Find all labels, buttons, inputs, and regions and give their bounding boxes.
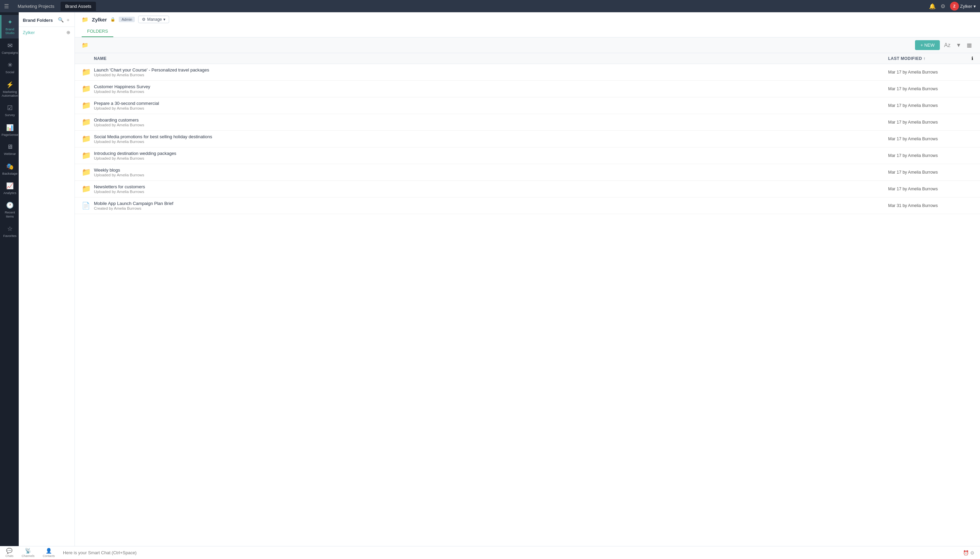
folder-item-zylker[interactable]: Zylker ⊕ <box>19 27 74 38</box>
filter-icon[interactable]: ▼ <box>954 41 963 50</box>
file-modified: Mar 17 by Amelia Burrows <box>888 70 963 74</box>
username: Zylker <box>960 4 972 9</box>
file-info: Launch 'Chart your Course' - Personalize… <box>94 68 888 77</box>
file-uploader: Created by Amelia Burrows <box>94 206 888 210</box>
sidebar-item-label-campaigns: Campaigns <box>2 51 18 55</box>
sort-icon[interactable]: ↑ <box>924 56 926 61</box>
sidebar-item-social[interactable]: ✳ Social <box>0 58 19 77</box>
toolbar-folder-icon: 📁 <box>82 42 89 48</box>
sidebar-item-label-social: Social <box>5 70 14 74</box>
view-toggle-icon[interactable]: ▦ <box>965 41 973 50</box>
table-row[interactable]: 📁 Weekly blogs Uploaded by Amelia Burrow… <box>75 164 980 181</box>
folder-sidebar: Brand Folders 🔍 ＋ Zylker ⊕ <box>19 12 75 546</box>
file-uploader: Uploaded by Amelia Burrows <box>94 140 888 144</box>
sidebar-item-label-pagesense: PageSense <box>2 133 18 137</box>
table-row[interactable]: 📄 Mobile App Launch Campaign Plan Brief … <box>75 197 980 214</box>
new-button[interactable]: + NEW <box>915 40 940 50</box>
folder-sidebar-title: Brand Folders <box>23 18 53 23</box>
manage-button[interactable]: ⚙ Manage ▾ <box>138 16 169 23</box>
folder-sidebar-header: Brand Folders 🔍 ＋ <box>19 12 74 27</box>
bottombar: 💬 Chats 📡 Channels 👤 Contacts ⏰ ⚙ <box>0 546 980 559</box>
file-info: Customer Happiness Survey Uploaded by Am… <box>94 84 888 94</box>
table-row[interactable]: 📁 Introducing destination wedding packag… <box>75 147 980 164</box>
file-name: Launch 'Chart your Course' - Personalize… <box>94 68 888 73</box>
sidebar-item-campaigns[interactable]: ✉ Campaigns <box>0 38 19 58</box>
folder-item-plus-icon[interactable]: ⊕ <box>66 30 71 35</box>
tab-brand-assets[interactable]: Brand Assets <box>61 2 96 11</box>
table-row[interactable]: 📁 Newsletters for customers Uploaded by … <box>75 181 980 197</box>
user-menu[interactable]: Z Zylker ▾ <box>950 2 976 10</box>
folder-icon: 📁 <box>82 151 91 160</box>
chats-button[interactable]: 💬 Chats <box>5 548 13 557</box>
brand-studio-icon: ✦ <box>8 18 13 26</box>
sidebar-item-webinar[interactable]: 🖥 Webinar <box>0 140 19 159</box>
folder-icon: 📁 <box>82 101 91 110</box>
file-modified: Mar 17 by Amelia Burrows <box>888 153 963 158</box>
file-icon-col: 📁 <box>82 134 94 143</box>
backstage-icon: 🎭 <box>6 163 13 170</box>
sidebar-item-recent-items[interactable]: 🕐 Recent Items <box>0 198 19 222</box>
contacts-button[interactable]: 👤 Contacts <box>43 548 55 557</box>
table-header: NAME LAST MODIFIED ↑ ℹ <box>75 53 980 64</box>
sort-az-icon[interactable]: Az <box>942 41 952 50</box>
file-uploader: Uploaded by Amelia Burrows <box>94 173 888 177</box>
bell-icon[interactable]: 🔔 <box>929 3 936 10</box>
topbar: ☰ Marketing Projects Brand Assets 🔔 ⚙ Z … <box>0 0 980 12</box>
sidebar-item-label-backstage: Backstage <box>2 172 17 175</box>
sidebar-item-pagesense[interactable]: 📊 PageSense <box>0 121 19 140</box>
topbar-right: 🔔 ⚙ Z Zylker ▾ <box>929 2 976 10</box>
file-name: Newsletters for customers <box>94 184 888 189</box>
sidebar-item-favorites[interactable]: ☆ Favorites <box>0 222 19 241</box>
sidebar-item-survey[interactable]: ☑ Survey <box>0 101 19 120</box>
sidebar-item-label-marketing-automation: Marketing Automation <box>2 90 18 98</box>
file-info: Newsletters for customers Uploaded by Am… <box>94 184 888 194</box>
content-area: 📁 Zylker 🔒 Admin ⚙ Manage ▾ FOLDERS 📁 + … <box>75 12 980 546</box>
recent-items-icon: 🕐 <box>6 202 13 209</box>
folder-icon: 📁 <box>82 84 91 93</box>
file-info: Introducing destination wedding packages… <box>94 151 888 160</box>
sidebar: ✦ Brand Studio ✉ Campaigns ✳ Social ⚡ Ma… <box>0 12 19 546</box>
file-modified: Mar 17 by Amelia Burrows <box>888 86 963 91</box>
manage-settings-icon: ⚙ <box>142 17 146 22</box>
favorites-icon: ☆ <box>7 225 13 233</box>
table-row[interactable]: 📁 Launch 'Chart your Course' - Personali… <box>75 64 980 81</box>
sidebar-item-brand-studio[interactable]: ✦ Brand Studio <box>0 15 19 38</box>
sidebar-item-marketing-automation[interactable]: ⚡ Marketing Automation <box>0 78 19 101</box>
file-info: Mobile App Launch Campaign Plan Brief Cr… <box>94 201 888 210</box>
table-row[interactable]: 📁 Prepare a 30-second commercial Uploade… <box>75 98 980 114</box>
sidebar-item-label-webinar: Webinar <box>4 152 16 155</box>
survey-icon: ☑ <box>7 104 13 112</box>
file-icon-col: 📁 <box>82 84 94 93</box>
table-row[interactable]: 📁 Onboarding customers Uploaded by Ameli… <box>75 114 980 131</box>
file-uploader: Uploaded by Amelia Burrows <box>94 89 888 94</box>
table-row[interactable]: 📁 Customer Happiness Survey Uploaded by … <box>75 81 980 98</box>
channels-label: Channels <box>22 554 35 557</box>
admin-badge: Admin <box>119 17 135 22</box>
smart-chat-input[interactable] <box>63 550 955 555</box>
bottom-settings-icon: ⚙ <box>970 550 975 556</box>
user-chevron-icon: ▾ <box>973 4 976 9</box>
sidebar-item-backstage[interactable]: 🎭 Backstage <box>0 159 19 179</box>
file-uploader: Uploaded by Amelia Burrows <box>94 156 888 160</box>
manage-label: Manage <box>147 17 162 22</box>
file-info: Onboarding customers Uploaded by Amelia … <box>94 117 888 127</box>
table-row[interactable]: 📁 Social Media promotions for best selli… <box>75 131 980 147</box>
analytics-icon: 📈 <box>6 182 13 190</box>
tab-folders[interactable]: FOLDERS <box>82 26 113 37</box>
file-name: Prepare a 30-second commercial <box>94 101 888 106</box>
file-icon-col: 📁 <box>82 101 94 110</box>
file-modified: Mar 17 by Amelia Burrows <box>888 120 963 125</box>
channels-button[interactable]: 📡 Channels <box>22 548 35 557</box>
col-header-modified: LAST MODIFIED ↑ <box>888 56 963 61</box>
gear-icon[interactable]: ⚙ <box>940 3 945 10</box>
file-table: NAME LAST MODIFIED ↑ ℹ 📁 Launch 'Chart y… <box>75 53 980 546</box>
content-tabs: FOLDERS <box>82 26 973 37</box>
sidebar-item-analytics[interactable]: 📈 Analytics <box>0 179 19 198</box>
file-icon-col: 📁 <box>82 168 94 177</box>
hamburger-icon[interactable]: ☰ <box>4 3 9 10</box>
main-layout: ✦ Brand Studio ✉ Campaigns ✳ Social ⚡ Ma… <box>0 12 980 546</box>
folder-search-icon[interactable]: 🔍 <box>58 17 64 23</box>
folder-add-icon[interactable]: ＋ <box>66 17 71 23</box>
tab-marketing-projects[interactable]: Marketing Projects <box>13 2 59 11</box>
file-icon-col: 📁 <box>82 185 94 194</box>
